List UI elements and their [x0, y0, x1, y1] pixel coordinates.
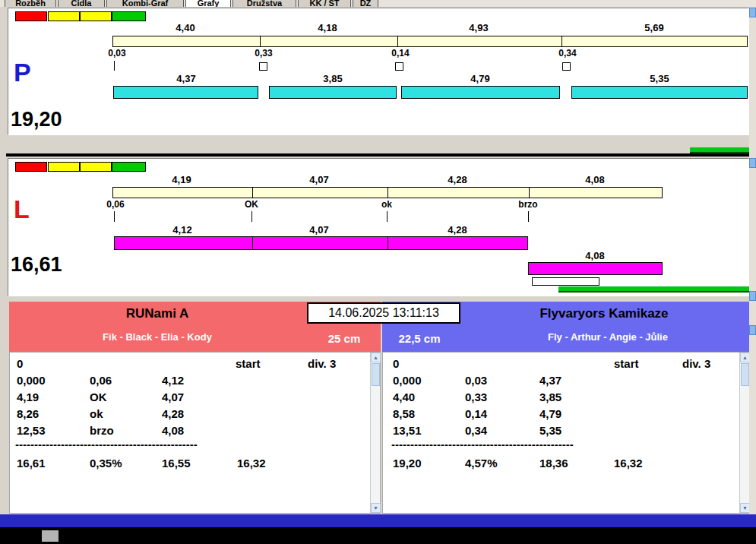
table-cell: 0,33: [465, 391, 487, 403]
crossing-checkbox[interactable]: [562, 62, 571, 71]
scrollbar-thumb[interactable]: [372, 363, 380, 386]
timeline-tick: [260, 36, 261, 46]
table-cell: 4,40: [393, 391, 415, 403]
tab-cidla[interactable]: Čidla: [58, 0, 105, 7]
lane-l-dog-bar-group: [114, 236, 528, 250]
window-scrollbar[interactable]: [749, 8, 756, 514]
lane-l-panel: [8, 158, 749, 296]
lane-p-split-label: 4,40: [176, 22, 195, 33]
lane-p-timeline-bar: [112, 36, 748, 47]
scrollbar-block[interactable]: [749, 291, 756, 301]
table-cell: 8,58: [393, 407, 415, 420]
lane-l-dog-time-label: 4,08: [585, 250, 604, 261]
lane-l-dog-time-label: 4,28: [448, 224, 467, 236]
bottom-gray-box: [42, 530, 59, 542]
lane-l-letter: L: [14, 196, 30, 222]
lane-p-dog-bar: [401, 86, 560, 99]
lane-p-letter: P: [14, 59, 31, 85]
table-cell: 13,51: [393, 424, 422, 437]
right-team-members: Fly - Arthur - Angie - Jůlie: [548, 331, 668, 343]
lane-l-dog-time-label: 4,07: [309, 224, 328, 236]
table-cell: 0: [17, 357, 23, 370]
crossing-checkbox[interactable]: [395, 62, 403, 71]
left-team-members: Fik - Black - Elia - Kody: [103, 331, 212, 343]
lane-p-split-label: 4,18: [318, 22, 337, 33]
table-cell: brzo: [90, 424, 114, 437]
scroll-down-icon[interactable]: ▼: [371, 503, 381, 513]
lane-l-timeline-bar: [112, 187, 663, 198]
lane-p-total-time: 19,20: [11, 109, 62, 130]
scrollbar-thumb[interactable]: [741, 363, 749, 386]
crossing-tick: [114, 61, 115, 71]
table-cell: 4,08: [162, 424, 184, 437]
table-total-cell: 16,55: [162, 457, 191, 470]
lane-p-progress-line: [690, 147, 749, 153]
scrollbar-block[interactable]: [749, 158, 756, 168]
table-total-cell: 0,35%: [90, 457, 122, 470]
lane-p-crossing-label: 0,03: [108, 48, 125, 59]
lane-p-indicator-yellow2: [80, 11, 112, 21]
crossing-checkbox[interactable]: [259, 62, 267, 71]
timeline-tick: [387, 188, 388, 198]
lane-l-progress-line: [558, 286, 749, 293]
bottom-black-bar: [0, 527, 756, 544]
lane-p-panel: [8, 8, 749, 135]
tab-kk-st[interactable]: KK / ST: [298, 0, 351, 7]
lane-divider: [6, 153, 752, 157]
scroll-up-icon[interactable]: ▲: [371, 353, 381, 362]
timestamp-box: 14.06.2025 13:11:13: [307, 302, 460, 324]
tab-dz[interactable]: DZ: [353, 0, 378, 7]
timeline-tick: [252, 188, 253, 198]
table-total-cell: 16,61: [17, 457, 46, 470]
table-cell: 8,26: [17, 407, 39, 420]
tab-druzstva[interactable]: Družstva: [232, 0, 296, 7]
table-cell: start: [236, 357, 261, 370]
right-table-scrollbar[interactable]: ▲ ▼: [739, 353, 749, 513]
lane-l-split-label: 4,28: [448, 174, 467, 185]
table-divider: ----------------------------------------…: [391, 438, 603, 451]
table-cell: 0,14: [465, 407, 487, 420]
table-cell: 4,07: [162, 391, 184, 403]
table-cell: 0: [393, 357, 399, 370]
left-team-name: RUNami A: [126, 306, 189, 321]
lane-p-dog-time-label: 5,35: [650, 73, 669, 84]
lane-p-indicator-yellow1: [48, 11, 80, 21]
lane-l-indicator-yellow1: [48, 162, 80, 172]
tab-rozbeh[interactable]: Rozběh: [5, 0, 56, 7]
table-cell: start: [614, 357, 639, 370]
table-cell: 4,28: [162, 407, 184, 420]
lane-l-crossing-label: OK: [245, 199, 258, 210]
table-cell: 0,03: [465, 374, 487, 387]
scrollbar-block[interactable]: [749, 8, 756, 17]
scrollbar-block[interactable]: [749, 325, 756, 335]
lane-l-split-label: 4,19: [172, 174, 191, 185]
table-cell: ok: [90, 407, 103, 420]
right-team-jump-height: 22,5 cm: [398, 332, 440, 345]
lane-p-dog-time-label: 4,37: [176, 73, 195, 84]
table-cell: 0,06: [90, 374, 112, 387]
table-cell: 0,34: [465, 424, 487, 437]
right-team-name: Flyvaryors Kamikaze: [539, 306, 668, 321]
tab-kombi-graf[interactable]: Kombi-Graf: [106, 0, 184, 7]
lane-p-dog-time-label: 4,79: [470, 73, 489, 84]
left-result-table: [9, 352, 381, 514]
lane-p-split-label: 5,69: [644, 22, 663, 33]
table-cell: 4,12: [162, 374, 184, 387]
tab-grafy[interactable]: Grafy: [185, 0, 231, 7]
lane-p-dog-bar: [113, 86, 258, 99]
lane-l-crossing-label: brzo: [518, 199, 537, 210]
table-cell: 12,53: [17, 424, 46, 437]
left-table-scrollbar[interactable]: ▲ ▼: [370, 353, 380, 513]
table-total-cell: 4,57%: [465, 457, 498, 470]
timeline-tick: [529, 188, 530, 198]
lane-l-crossing-label: 0,06: [106, 199, 124, 210]
table-divider: ----------------------------------------…: [15, 438, 226, 451]
table-cell: div. 3: [308, 357, 336, 370]
table-cell: 4,79: [539, 407, 561, 420]
lane-p-dog-bar: [571, 86, 748, 99]
lane-l-indicator-green: [112, 162, 146, 172]
crossing-tick: [251, 211, 252, 222]
table-cell: 0,000: [17, 374, 46, 387]
timeline-tick: [561, 36, 562, 46]
table-total-cell: 19,20: [393, 457, 422, 470]
